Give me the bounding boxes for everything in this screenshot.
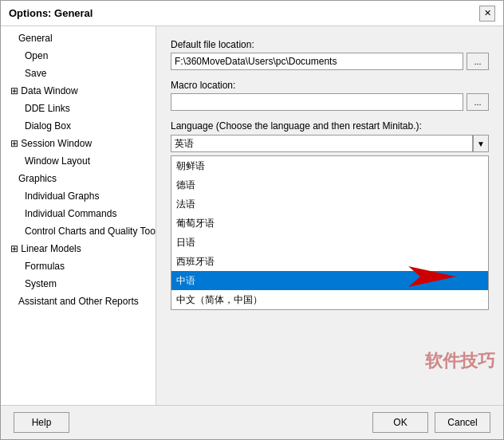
sidebar-item-dde-links[interactable]: DDE Links	[1, 100, 156, 117]
language-dropdown-list: 朝鲜语 德语 法语 葡萄牙语 日语 西班牙语 中语 中文（简体，中国）	[171, 155, 489, 310]
lang-option-german[interactable]: 德语	[171, 175, 488, 194]
options-dialog: Options: General ✕ General Open Save ⊞ D…	[0, 0, 504, 440]
sidebar-item-window-layout[interactable]: Window Layout	[1, 152, 156, 170]
ok-button[interactable]: OK	[372, 412, 428, 433]
language-select-wrapper: ▼	[171, 135, 489, 152]
macro-location-browse-button[interactable]: ...	[467, 93, 489, 111]
sidebar-item-session-window[interactable]: ⊞ Session Window	[1, 135, 156, 152]
language-dropdown-arrow[interactable]: ▼	[473, 135, 489, 152]
macro-location-input[interactable]	[171, 93, 463, 111]
sidebar-item-system[interactable]: System	[1, 275, 156, 293]
expand-session-icon: ⊞	[10, 138, 21, 149]
expand-linear-icon: ⊞	[10, 243, 21, 254]
sidebar-item-save[interactable]: Save	[1, 65, 156, 82]
close-button[interactable]: ✕	[479, 6, 495, 22]
language-display[interactable]	[171, 135, 473, 152]
lang-option-korean[interactable]: 朝鲜语	[171, 156, 488, 175]
default-file-input[interactable]	[171, 53, 463, 70]
sidebar-item-graphics[interactable]: Graphics	[1, 170, 156, 187]
lang-option-japanese[interactable]: 日语	[171, 233, 488, 252]
sidebar-item-open[interactable]: Open	[1, 47, 156, 65]
lang-option-chinese-simplified[interactable]: 中文（简体，中国）	[171, 290, 488, 309]
main-content: Default file location: ... Macro locatio…	[156, 26, 503, 405]
language-section: Language (Choose the language and then r…	[171, 120, 489, 310]
sidebar-item-data-window[interactable]: ⊞ Data Window	[1, 82, 156, 100]
default-file-label: Default file location:	[171, 39, 489, 50]
title-bar-controls: ✕	[479, 6, 495, 22]
dialog-body: General Open Save ⊞ Data Window DDE Link…	[1, 26, 503, 405]
sidebar-item-general[interactable]: General	[1, 29, 156, 47]
language-label: Language (Choose the language and then r…	[171, 120, 489, 132]
sidebar-item-individual-commands[interactable]: Individual Commands	[1, 205, 156, 222]
lang-option-portuguese[interactable]: 葡萄牙语	[171, 214, 488, 233]
sidebar-item-control-charts[interactable]: Control Charts and Quality Tools	[1, 222, 156, 240]
sidebar-item-assistant[interactable]: Assistant and Other Reports	[1, 293, 156, 310]
default-file-browse-button[interactable]: ...	[467, 53, 489, 70]
macro-location-row: ...	[171, 93, 489, 111]
title-bar: Options: General ✕	[1, 1, 503, 26]
lang-option-french[interactable]: 法语	[171, 194, 488, 214]
expand-data-window-icon: ⊞	[10, 85, 21, 96]
lang-option-chinese-selected[interactable]: 中语	[171, 271, 488, 290]
macro-location-label: Macro location:	[171, 80, 489, 91]
sidebar-item-dialog-box[interactable]: Dialog Box	[1, 117, 156, 135]
sidebar-item-individual-graphs[interactable]: Individual Graphs	[1, 187, 156, 205]
sidebar-item-linear-models[interactable]: ⊞ Linear Models	[1, 240, 156, 257]
selection-arrow-icon	[392, 265, 456, 289]
sidebar: General Open Save ⊞ Data Window DDE Link…	[1, 26, 156, 405]
watermark: 软件技巧	[425, 349, 495, 373]
svg-marker-0	[408, 266, 456, 287]
dialog-footer: Help OK Cancel	[1, 405, 503, 439]
macro-location-group: Macro location: ...	[171, 80, 489, 111]
default-file-group: Default file location: ...	[171, 39, 489, 70]
cancel-button[interactable]: Cancel	[435, 412, 490, 433]
default-file-row: ...	[171, 53, 489, 70]
help-button[interactable]: Help	[14, 412, 69, 433]
sidebar-item-formulas[interactable]: Formulas	[1, 257, 156, 275]
dialog-title: Options: General	[9, 7, 93, 19]
